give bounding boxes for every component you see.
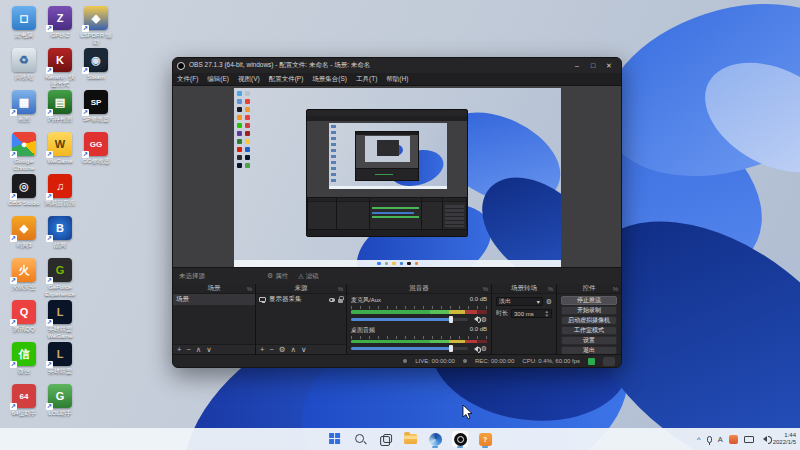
scenes-toolbar-button[interactable]: ∨ xyxy=(206,345,212,354)
desktop-icon[interactable]: SP↗SP修改器 xyxy=(79,90,113,123)
desktop-icon[interactable]: ◉↗Steam xyxy=(79,48,113,81)
close-button[interactable]: ✕ xyxy=(601,60,617,72)
desktop-icon[interactable]: ◆↗剑网3 xyxy=(7,216,41,249)
clock[interactable]: 1:44 2022/1/5 xyxy=(773,432,796,446)
control-button-停止推流[interactable]: 停止推流 xyxy=(561,296,617,305)
properties-button[interactable]: ⚙ 属性 xyxy=(267,272,288,281)
taskbar-game-center-app-button[interactable]: ? xyxy=(476,430,494,448)
scenes-toolbar-button[interactable]: − xyxy=(186,345,190,354)
taskbar-center: ? xyxy=(326,428,494,450)
taskbar-browser-swirl-app-button[interactable] xyxy=(426,430,444,448)
scenes-toolbar-button[interactable]: ∧ xyxy=(196,345,202,354)
mini-desktop-icon xyxy=(245,155,250,160)
control-button-设置[interactable]: 设置 xyxy=(561,336,617,345)
control-button-退出[interactable]: 退出 xyxy=(561,346,617,354)
speaker-mute-icon[interactable] xyxy=(471,346,478,352)
scene-list-item[interactable]: 场景 xyxy=(173,294,255,305)
desktop-icon[interactable]: Q↗腾讯QQ xyxy=(7,300,41,333)
minimize-button[interactable]: – xyxy=(569,60,585,72)
desktop-icon[interactable]: ▤↗内存检测 xyxy=(43,90,77,123)
maximize-button[interactable]: □ xyxy=(585,60,601,72)
menu-item[interactable]: 场景集合(S) xyxy=(312,75,347,84)
desktop-icon[interactable]: 火↗火绒安全 xyxy=(7,258,41,291)
duration-input[interactable]: 300 ms ▲▼ xyxy=(511,309,552,318)
speaker-icon[interactable] xyxy=(760,436,767,442)
control-button-开始录制[interactable]: 开始录制 xyxy=(561,306,617,315)
controls-panel-header[interactable]: 控件 % xyxy=(557,284,621,294)
control-button-工作室模式[interactable]: 工作室模式 xyxy=(561,326,617,335)
scenes-panel-header[interactable]: 场景 % xyxy=(173,284,255,294)
menu-item[interactable]: 视图(V) xyxy=(238,75,260,84)
taskbar-file-explorer-button[interactable] xyxy=(401,430,419,448)
transitions-panel-header[interactable]: 场景转场 % xyxy=(492,284,556,294)
desktop-icon[interactable]: 64↗64位助手 xyxy=(7,384,41,417)
display-icon[interactable] xyxy=(744,436,754,443)
filter-icon: ◬ xyxy=(298,272,303,280)
taskbar-task-view-button[interactable] xyxy=(376,430,394,448)
no-source-label: 未选择源 xyxy=(179,272,205,281)
obs-titlebar[interactable]: OBS 27.1.3 (64-bit, windows) - 配置文件: 未命名… xyxy=(173,58,621,73)
desktop-icon[interactable]: GG↗GG修改器 xyxy=(79,132,113,165)
desktop-icon[interactable]: ●↗Google Chrome xyxy=(7,132,41,172)
volume-slider[interactable] xyxy=(351,347,468,350)
menu-item[interactable]: 配置文件(P) xyxy=(269,75,304,84)
mini-taskbar xyxy=(234,260,561,267)
stepper-icons[interactable]: ▲▼ xyxy=(545,310,549,318)
visibility-eye-icon[interactable] xyxy=(329,298,335,302)
dock-pin-icon: % xyxy=(247,286,252,292)
sources-toolbar-button[interactable]: + xyxy=(260,345,264,354)
desktop-icon[interactable]: L↗英雄联盟 xyxy=(43,342,77,375)
desktop-icon[interactable]: ◻此电脑 xyxy=(7,6,41,39)
sources-toolbar-button[interactable]: ∨ xyxy=(301,345,307,354)
desktop-icon[interactable]: G↗LOL助手 xyxy=(43,384,77,417)
obs-preview-area[interactable] xyxy=(173,86,621,267)
app-icon: G↗ xyxy=(48,258,72,282)
desktop-icon[interactable]: G↗GeForce Experience xyxy=(43,258,77,298)
source-name: 显示器采集 xyxy=(269,295,302,304)
transition-select[interactable]: 淡出 ▾ xyxy=(496,297,543,306)
speaker-mute-icon[interactable] xyxy=(471,316,478,322)
desktop-icon[interactable]: ◈↗LSPDFR 辅助 xyxy=(79,6,113,46)
desktop-icon[interactable]: 信↗微信 xyxy=(7,342,41,375)
sources-toolbar-button[interactable]: ∧ xyxy=(291,345,297,354)
sources-toolbar-button[interactable]: − xyxy=(269,345,273,354)
tray-app-icon[interactable] xyxy=(729,435,738,444)
volume-slider-handle[interactable] xyxy=(449,316,453,323)
desktop-icon-label: 网易云音乐 xyxy=(43,200,77,207)
desktop-icon[interactable]: ▦↗画图 xyxy=(7,90,41,123)
app-icon: G↗ xyxy=(48,384,72,408)
desktop-icon[interactable]: K↗Kenshi - 快捷方式 xyxy=(43,48,77,88)
menu-item[interactable]: 文件(F) xyxy=(177,75,198,84)
desktop-icon[interactable]: B↗战网 xyxy=(43,216,77,249)
menu-item[interactable]: 编辑(E) xyxy=(207,75,229,84)
sources-toolbar-button[interactable]: ⚙ xyxy=(279,345,286,354)
mixer-channel: 麦克风/Aux0.0 dB⚙ xyxy=(347,294,491,324)
volume-slider-handle[interactable] xyxy=(449,345,453,352)
menu-item[interactable]: 工具(T) xyxy=(356,75,377,84)
lock-icon[interactable] xyxy=(338,299,343,303)
desktop-icon[interactable]: Z↗GPU-Z xyxy=(43,6,77,39)
microphone-icon[interactable] xyxy=(707,436,712,443)
taskbar-obs-studio-button[interactable] xyxy=(451,430,469,448)
ime-indicator[interactable]: A xyxy=(718,435,723,444)
desktop-icon[interactable]: ♻回收站 xyxy=(7,48,41,81)
taskbar-start-button[interactable] xyxy=(326,430,344,448)
control-button-启动虚拟摄像机[interactable]: 启动虚拟摄像机 xyxy=(561,316,617,325)
desktop-icon[interactable]: W↗WeGame xyxy=(43,132,77,165)
menu-item[interactable]: 帮助(H) xyxy=(386,75,408,84)
source-list-item[interactable]: 显示器采集 xyxy=(256,294,346,305)
tray-chevron-up-icon[interactable]: ^ xyxy=(697,435,701,444)
taskbar-search-button[interactable] xyxy=(351,430,369,448)
filters-button[interactable]: ◬ 滤镜 xyxy=(298,272,318,281)
desktop-icon-label: WeGame xyxy=(43,158,77,165)
desktop-icon[interactable]: L↗英雄联盟WeGame xyxy=(43,300,77,340)
scenes-toolbar-button[interactable]: + xyxy=(177,345,181,354)
volume-slider[interactable] xyxy=(351,318,468,321)
sources-panel-header[interactable]: 来源 % xyxy=(256,284,346,294)
transition-gear-icon[interactable]: ⚙ xyxy=(546,298,552,305)
desktop-icon[interactable]: ◎↗OBS Studio xyxy=(7,174,41,207)
desktop-icon[interactable]: ♫↗网易云音乐 xyxy=(43,174,77,207)
mixer-panel-header[interactable]: 混音器 % xyxy=(347,284,491,294)
mixer-gear-icon[interactable]: ⚙ xyxy=(481,316,487,323)
mixer-gear-icon[interactable]: ⚙ xyxy=(481,345,487,352)
